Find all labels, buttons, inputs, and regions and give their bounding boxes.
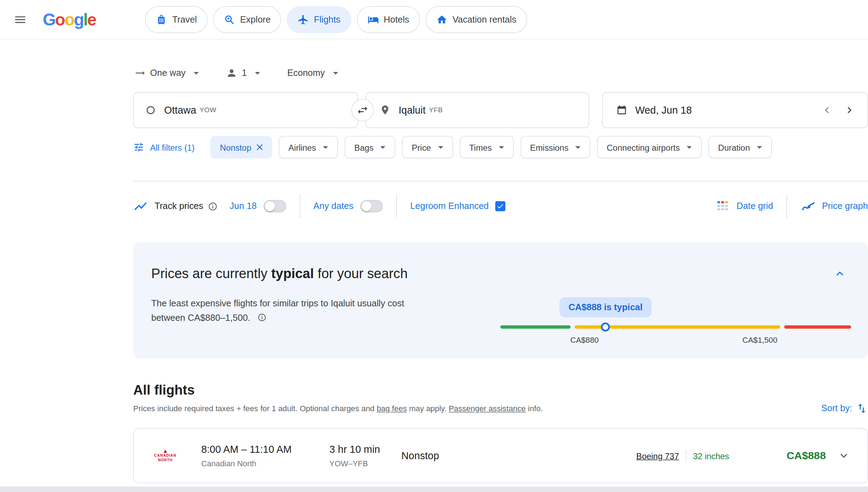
vertical-divider xyxy=(686,450,686,461)
chip-label: Emissions xyxy=(530,143,569,152)
insights-title-part: for your search xyxy=(314,266,408,281)
tab-explore[interactable]: Explore xyxy=(213,6,281,33)
flight-times-column: 8:00 AM – 11:10 AM Canadian North xyxy=(201,444,329,468)
chip-label: Price xyxy=(412,143,431,152)
airline-logo: ▲ CANADIAN NORTH xyxy=(147,449,183,462)
track-date-toggle[interactable] xyxy=(263,200,286,212)
info-icon[interactable] xyxy=(208,202,217,211)
legroom-enhanced-label[interactable]: Legroom Enhanced xyxy=(410,201,489,211)
aircraft-link[interactable]: Boeing 737 xyxy=(636,451,679,460)
sort-by-label: Sort by: xyxy=(821,403,852,414)
origin-field[interactable]: Ottawa YOW xyxy=(133,92,358,128)
tab-travel[interactable]: Travel xyxy=(145,6,207,33)
flight-icon xyxy=(298,14,309,25)
chevron-right-icon xyxy=(843,104,856,116)
vertical-divider xyxy=(299,194,300,218)
chip-emissions[interactable]: Emissions xyxy=(521,136,590,158)
high-price-label: CA$1,500 xyxy=(742,335,777,344)
swap-airports-button[interactable] xyxy=(351,99,374,121)
airline-logo-text: CANADIAN xyxy=(147,454,183,458)
top-nav: Google Travel Explore Flights Hotels Vac… xyxy=(0,0,868,39)
any-dates-label[interactable]: Any dates xyxy=(314,201,353,211)
check-icon xyxy=(497,202,504,210)
slider-bar xyxy=(500,325,851,329)
next-day-button[interactable] xyxy=(838,99,861,121)
chip-airlines[interactable]: Airlines xyxy=(279,136,338,158)
all-filters-button[interactable]: All filters (1) xyxy=(133,142,195,153)
place-pin-icon xyxy=(380,104,391,116)
date-grid-button[interactable]: Date grid xyxy=(715,198,773,214)
chip-connecting-airports[interactable]: Connecting airports xyxy=(597,136,702,158)
swap-icon xyxy=(356,104,369,116)
disclaimer-text: Prices include required taxes + fees for… xyxy=(133,404,376,413)
trip-controls: One way 1 Economy xyxy=(133,63,868,83)
trip-type-select[interactable]: One way xyxy=(133,65,203,82)
chip-label: Nonstop xyxy=(220,143,251,152)
logo-letter: g xyxy=(74,10,83,29)
line-chart-icon xyxy=(133,199,148,214)
page-bottom-strip xyxy=(0,487,868,492)
tab-hotels[interactable]: Hotels xyxy=(357,6,420,33)
chevron-down-icon xyxy=(320,141,332,154)
origin-code: YOW xyxy=(200,106,216,114)
chip-label: Duration xyxy=(718,143,750,152)
menu-button[interactable] xyxy=(8,7,32,32)
legroom-checkbox[interactable] xyxy=(495,201,506,211)
chevron-up-icon xyxy=(833,267,846,280)
track-prices-label: Track prices xyxy=(155,201,203,211)
date-field[interactable]: Wed, Jun 18 xyxy=(602,92,868,128)
sort-by-button[interactable]: Sort by: xyxy=(821,402,868,415)
passenger-assistance-link[interactable]: Passenger assistance xyxy=(449,404,526,413)
expand-flight-button[interactable] xyxy=(830,442,857,469)
date-grid-icon xyxy=(715,198,731,214)
info-icon[interactable] xyxy=(257,313,266,322)
chevron-down-icon xyxy=(190,67,202,79)
chevron-down-icon xyxy=(329,67,341,79)
hamburger-icon xyxy=(13,13,27,26)
chevron-down-icon xyxy=(377,141,389,154)
travel-nav-tabs: Travel Explore Flights Hotels Vacation r… xyxy=(145,6,527,33)
flight-times: 8:00 AM – 11:10 AM xyxy=(201,444,329,455)
any-dates-toggle[interactable] xyxy=(360,200,383,212)
chip-duration[interactable]: Duration xyxy=(708,136,772,158)
tab-label: Explore xyxy=(240,14,270,25)
chip-nonstop[interactable]: Nonstop xyxy=(210,136,272,158)
toggle-knob xyxy=(361,201,371,211)
chip-times[interactable]: Times xyxy=(460,136,514,158)
chevron-down-icon xyxy=(251,67,264,79)
flight-duration-column: 3 hr 10 min YOW–YFB xyxy=(329,444,402,468)
sort-icon xyxy=(856,402,868,415)
slider-segment-low xyxy=(500,325,571,329)
passengers-select[interactable]: 1 xyxy=(225,65,265,82)
track-prices-row: Track prices Jun 18 Any dates Legroom En… xyxy=(133,194,868,218)
price-graph-icon xyxy=(801,198,816,214)
track-date-label[interactable]: Jun 18 xyxy=(230,201,256,211)
bag-fees-link[interactable]: bag fees xyxy=(377,404,407,413)
flight-price: CA$888 xyxy=(742,450,826,462)
google-logo[interactable]: Google xyxy=(43,10,96,29)
tab-flights[interactable]: Flights xyxy=(287,6,351,33)
close-icon[interactable] xyxy=(255,142,265,152)
airline-logo-text: NORTH xyxy=(147,458,183,462)
collapse-insights-button[interactable] xyxy=(828,262,851,285)
slider-segment-high xyxy=(784,325,851,329)
destination-field[interactable]: Iqaluit YFB xyxy=(365,92,589,128)
google-flights-page: Google Travel Explore Flights Hotels Vac… xyxy=(0,0,868,492)
vertical-divider xyxy=(786,194,787,218)
all-flights-heading: All flights xyxy=(133,382,868,398)
logo-letter: e xyxy=(87,10,96,29)
chevron-down-icon xyxy=(572,141,584,154)
price-graph-button[interactable]: Price graph xyxy=(801,198,868,214)
chip-price[interactable]: Price xyxy=(402,136,453,158)
flight-result-row[interactable]: ▲ CANADIAN NORTH 8:00 AM – 11:10 AM Cana… xyxy=(133,428,868,483)
cabin-class-select[interactable]: Economy xyxy=(286,65,343,82)
chip-label: Airlines xyxy=(289,143,316,152)
disclaimer-row: Prices include required taxes + fees for… xyxy=(133,402,868,415)
previous-day-button[interactable] xyxy=(816,99,838,121)
price-marker-dot[interactable] xyxy=(601,323,610,331)
tab-vacation-rentals[interactable]: Vacation rentals xyxy=(426,6,527,33)
results-disclaimer: Prices include required taxes + fees for… xyxy=(133,404,543,413)
all-filters-label: All filters (1) xyxy=(150,143,195,152)
chip-bags[interactable]: Bags xyxy=(345,136,396,158)
disclaimer-text: may apply. xyxy=(407,404,448,413)
